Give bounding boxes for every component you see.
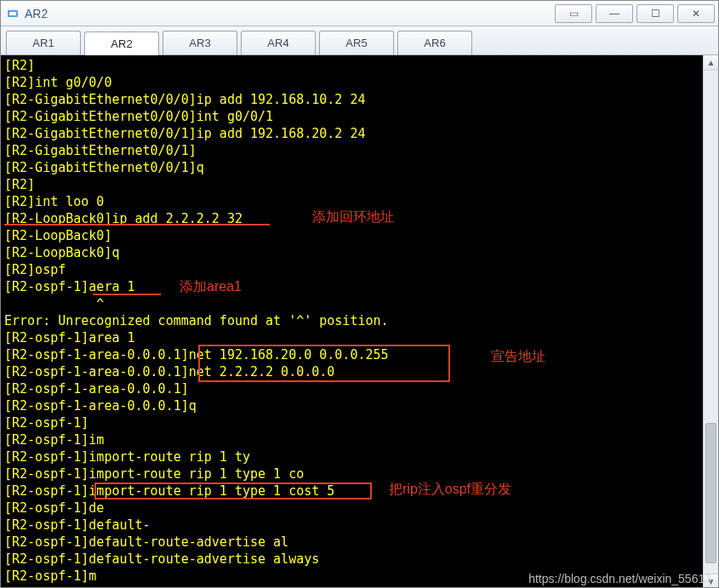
terminal-line: [R2-GigabitEthernet0/0/0]ip add 192.168.… xyxy=(4,91,699,108)
terminal-line: [R2-ospf-1] xyxy=(4,414,699,431)
window-title: AR2 xyxy=(25,7,48,20)
terminal-line: [R2-ospf-1]m xyxy=(4,568,699,585)
terminal-line: [R2] xyxy=(4,57,699,74)
terminal-line: [R2-GigabitEthernet0/0/1] xyxy=(4,142,699,159)
terminal-line: [R2] xyxy=(4,176,699,193)
scroll-down-arrow-icon[interactable]: ▼ xyxy=(704,574,718,588)
minimize-icon: — xyxy=(609,8,619,20)
scroll-up-arrow-icon[interactable]: ▲ xyxy=(704,55,718,71)
terminal-line: [R2-ospf-1-area-0.0.0.1] xyxy=(4,380,699,397)
terminal-line: [R2-ospf-1]default- xyxy=(4,517,699,534)
tab-label: AR6 xyxy=(424,37,445,49)
terminal-line: [R2-ospf-1]de xyxy=(4,500,699,517)
tab-ar4[interactable]: AR4 xyxy=(241,31,316,54)
window-unknown-button[interactable]: ▭ xyxy=(555,4,592,23)
maximize-icon: ☐ xyxy=(651,8,660,20)
window-unknown-icon: ▭ xyxy=(569,8,579,20)
window-minimize-button[interactable]: — xyxy=(596,4,633,23)
tab-ar5[interactable]: AR5 xyxy=(319,31,394,54)
terminal-line: [R2]ospf xyxy=(4,261,699,278)
terminal-line: [R2-LoopBack0]q xyxy=(4,244,699,261)
terminal-line: [R2]int g0/0/0 xyxy=(4,74,699,91)
terminal-line: [R2-LoopBack0]ip add 2.2.2.2 32 xyxy=(4,210,699,227)
terminal-line: [R2-GigabitEthernet0/0/1]ip add 192.168.… xyxy=(4,125,699,142)
terminal-line: [R2]int loo 0 xyxy=(4,193,699,210)
window-maximize-button[interactable]: ☐ xyxy=(636,4,674,23)
tab-ar3[interactable]: AR3 xyxy=(163,31,237,54)
terminal-line: [R2-ospf-1]default-route-advertise alway… xyxy=(4,551,699,568)
terminal[interactable]: [R2] [R2]int g0/0/0 [R2-GigabitEthernet0… xyxy=(1,55,703,588)
titlebar: AR2 ▭ — ☐ ✕ xyxy=(1,1,718,26)
tab-ar2[interactable]: AR2 xyxy=(84,31,159,55)
terminal-line: [R2-ospf-1-area-0.0.0.1]net 2.2.2.2 0.0.… xyxy=(4,363,699,380)
terminal-line: [R2-ospf-1]default-route-advertise al xyxy=(4,534,699,551)
tab-label: AR5 xyxy=(345,37,367,49)
tab-ar1[interactable]: AR1 xyxy=(6,31,81,54)
tab-label: AR1 xyxy=(32,37,54,49)
terminal-line: [R2-ospf-1]im xyxy=(4,431,699,448)
tabstrip: AR1 AR2 AR3 AR4 AR5 AR6 xyxy=(1,26,718,55)
terminal-line: [R2-ospf-1]area 1 xyxy=(4,329,699,346)
terminal-wrap: [R2] [R2]int g0/0/0 [R2-GigabitEthernet0… xyxy=(1,55,718,588)
terminal-line: [R2-LoopBack0] xyxy=(4,227,699,244)
terminal-line: [R2-ospf-1]aera 1 xyxy=(4,278,699,295)
terminal-line: [R2-ospf-1]import-route rip 1 type 1 co xyxy=(4,465,699,482)
terminal-line: Error: Unrecognized command found at '^'… xyxy=(4,312,699,329)
terminal-line: [R2-ospf-1]import-route rip 1 type 1 cos… xyxy=(4,482,699,500)
terminal-line: ^ xyxy=(4,295,699,312)
tab-label: AR3 xyxy=(189,37,210,49)
scrollbar-thumb[interactable] xyxy=(705,423,716,563)
terminal-line: [R2-ospf-1-area-0.0.0.1]net 192.168.20.0… xyxy=(4,346,699,363)
terminal-line: [R2-ospf-1]import-route rip 1 ty xyxy=(4,448,699,465)
tab-label: AR4 xyxy=(267,37,288,49)
scrollbar-vertical[interactable]: ▲ ▼ xyxy=(703,55,718,588)
window-close-button[interactable]: ✕ xyxy=(677,4,715,23)
app-icon xyxy=(6,7,20,20)
terminal-line: [R2-GigabitEthernet0/0/0]int g0/0/1 xyxy=(4,108,699,125)
svg-rect-1 xyxy=(9,12,16,15)
close-icon: ✕ xyxy=(692,8,700,20)
scrollbar-track[interactable] xyxy=(704,71,718,574)
terminal-line: [R2-GigabitEthernet0/0/1]q xyxy=(4,159,699,176)
terminal-line: [R2-ospf-1-area-0.0.0.1]q xyxy=(4,397,699,414)
tab-ar6[interactable]: AR6 xyxy=(397,31,472,54)
tab-label: AR2 xyxy=(111,37,132,50)
